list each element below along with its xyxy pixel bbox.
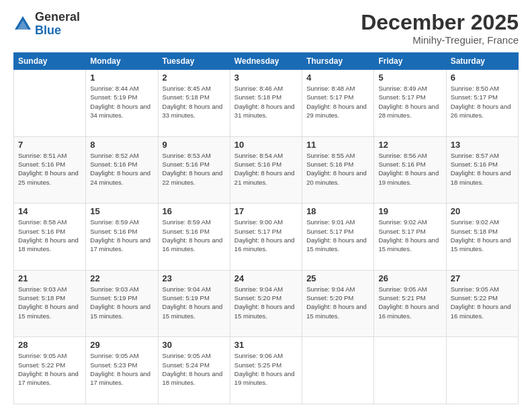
col-header-sunday: Sunday (14, 53, 86, 70)
day-info: Sunrise: 9:02 AMSunset: 5:17 PMDaylight:… (378, 218, 441, 253)
day-number: 23 (163, 273, 226, 283)
day-cell: 21Sunrise: 9:03 AMSunset: 5:18 PMDayligh… (14, 270, 86, 337)
day-number: 11 (306, 140, 369, 150)
day-cell: 25Sunrise: 9:04 AMSunset: 5:20 PMDayligh… (302, 270, 374, 337)
day-info: Sunrise: 8:53 AMSunset: 5:16 PMDaylight:… (163, 151, 226, 187)
logo-blue: Blue (35, 24, 80, 38)
day-cell: 4Sunrise: 8:48 AMSunset: 5:17 PMDaylight… (302, 70, 374, 137)
day-cell: 30Sunrise: 9:05 AMSunset: 5:24 PMDayligh… (158, 337, 230, 404)
logo-text: General Blue (35, 11, 80, 38)
day-info: Sunrise: 9:03 AMSunset: 5:19 PMDaylight:… (90, 285, 153, 320)
day-number: 27 (451, 273, 514, 283)
day-number: 5 (378, 73, 441, 83)
day-number: 28 (18, 340, 81, 350)
day-cell: 15Sunrise: 8:59 AMSunset: 5:16 PMDayligh… (86, 203, 158, 271)
day-info: Sunrise: 8:52 AMSunset: 5:16 PMDaylight:… (90, 151, 153, 187)
day-number: 22 (90, 273, 153, 283)
day-number: 19 (378, 206, 441, 216)
day-info: Sunrise: 9:04 AMSunset: 5:20 PMDaylight:… (234, 285, 298, 320)
day-cell: 22Sunrise: 9:03 AMSunset: 5:19 PMDayligh… (86, 270, 158, 337)
day-cell: 12Sunrise: 8:56 AMSunset: 5:16 PMDayligh… (374, 136, 446, 203)
month-title: December 2025 (361, 11, 519, 34)
day-cell: 10Sunrise: 8:54 AMSunset: 5:16 PMDayligh… (230, 136, 302, 203)
day-info: Sunrise: 9:05 AMSunset: 5:22 PMDaylight:… (451, 285, 514, 320)
logo-icon (13, 15, 32, 34)
day-number: 29 (90, 340, 153, 350)
day-cell: 7Sunrise: 8:51 AMSunset: 5:16 PMDaylight… (14, 136, 86, 203)
day-number: 16 (163, 206, 226, 216)
day-number: 9 (163, 140, 226, 150)
day-cell: 18Sunrise: 9:01 AMSunset: 5:17 PMDayligh… (302, 203, 374, 271)
day-cell: 19Sunrise: 9:02 AMSunset: 5:17 PMDayligh… (374, 203, 446, 271)
day-number: 21 (18, 273, 81, 283)
col-header-friday: Friday (374, 53, 446, 70)
day-cell (446, 337, 518, 404)
location: Minihy-Treguier, France (361, 34, 519, 46)
day-info: Sunrise: 9:05 AMSunset: 5:24 PMDaylight:… (163, 351, 226, 387)
day-number: 1 (90, 73, 153, 83)
day-cell (374, 337, 446, 404)
logo: General Blue (13, 11, 80, 38)
day-cell: 1Sunrise: 8:44 AMSunset: 5:19 PMDaylight… (86, 70, 158, 137)
week-row-1: 7Sunrise: 8:51 AMSunset: 5:16 PMDaylight… (14, 136, 519, 203)
day-info: Sunrise: 8:58 AMSunset: 5:16 PMDaylight:… (18, 218, 81, 253)
day-number: 8 (90, 140, 153, 150)
day-info: Sunrise: 9:01 AMSunset: 5:17 PMDaylight:… (306, 218, 369, 253)
day-info: Sunrise: 8:44 AMSunset: 5:19 PMDaylight:… (90, 84, 153, 120)
day-number: 7 (18, 140, 81, 150)
day-info: Sunrise: 8:48 AMSunset: 5:17 PMDaylight:… (306, 84, 369, 120)
title-block: December 2025 Minihy-Treguier, France (361, 11, 519, 46)
day-info: Sunrise: 9:04 AMSunset: 5:19 PMDaylight:… (163, 285, 226, 320)
day-number: 10 (234, 140, 298, 150)
day-number: 14 (18, 206, 81, 216)
day-info: Sunrise: 9:05 AMSunset: 5:22 PMDaylight:… (18, 351, 81, 387)
day-cell: 24Sunrise: 9:04 AMSunset: 5:20 PMDayligh… (230, 270, 302, 337)
day-cell: 8Sunrise: 8:52 AMSunset: 5:16 PMDaylight… (86, 136, 158, 203)
day-number: 3 (234, 73, 298, 83)
logo-general: General (35, 11, 80, 24)
day-number: 15 (90, 206, 153, 216)
day-info: Sunrise: 8:49 AMSunset: 5:17 PMDaylight:… (378, 84, 441, 120)
day-cell: 14Sunrise: 8:58 AMSunset: 5:16 PMDayligh… (14, 203, 86, 271)
day-number: 20 (451, 206, 514, 216)
week-row-4: 28Sunrise: 9:05 AMSunset: 5:22 PMDayligh… (14, 337, 519, 404)
day-info: Sunrise: 8:56 AMSunset: 5:16 PMDaylight:… (378, 151, 441, 187)
day-number: 26 (378, 273, 441, 283)
header-row: SundayMondayTuesdayWednesdayThursdayFrid… (14, 53, 519, 70)
day-cell: 16Sunrise: 8:59 AMSunset: 5:16 PMDayligh… (158, 203, 230, 271)
day-number: 6 (451, 73, 514, 83)
day-number: 13 (451, 140, 514, 150)
day-info: Sunrise: 8:59 AMSunset: 5:16 PMDaylight:… (90, 218, 153, 253)
day-cell: 26Sunrise: 9:05 AMSunset: 5:21 PMDayligh… (374, 270, 446, 337)
day-cell: 29Sunrise: 9:05 AMSunset: 5:23 PMDayligh… (86, 337, 158, 404)
day-cell (14, 70, 86, 137)
day-cell: 6Sunrise: 8:50 AMSunset: 5:17 PMDaylight… (446, 70, 518, 137)
day-number: 12 (378, 140, 441, 150)
day-cell: 11Sunrise: 8:55 AMSunset: 5:16 PMDayligh… (302, 136, 374, 203)
day-number: 17 (234, 206, 298, 216)
day-number: 24 (234, 273, 298, 283)
day-cell: 27Sunrise: 9:05 AMSunset: 5:22 PMDayligh… (446, 270, 518, 337)
day-cell: 23Sunrise: 9:04 AMSunset: 5:19 PMDayligh… (158, 270, 230, 337)
day-number: 25 (306, 273, 369, 283)
week-row-2: 14Sunrise: 8:58 AMSunset: 5:16 PMDayligh… (14, 203, 519, 271)
day-number: 4 (306, 73, 369, 83)
day-info: Sunrise: 8:59 AMSunset: 5:16 PMDaylight:… (163, 218, 226, 253)
col-header-monday: Monday (86, 53, 158, 70)
day-info: Sunrise: 9:05 AMSunset: 5:23 PMDaylight:… (90, 351, 153, 387)
day-info: Sunrise: 9:05 AMSunset: 5:21 PMDaylight:… (378, 285, 441, 320)
day-info: Sunrise: 8:51 AMSunset: 5:16 PMDaylight:… (18, 151, 81, 187)
day-number: 31 (234, 340, 298, 350)
day-info: Sunrise: 9:03 AMSunset: 5:18 PMDaylight:… (18, 285, 81, 320)
day-cell: 31Sunrise: 9:06 AMSunset: 5:25 PMDayligh… (230, 337, 302, 404)
day-cell: 5Sunrise: 8:49 AMSunset: 5:17 PMDaylight… (374, 70, 446, 137)
day-cell: 28Sunrise: 9:05 AMSunset: 5:22 PMDayligh… (14, 337, 86, 404)
day-number: 18 (306, 206, 369, 216)
day-number: 2 (163, 73, 226, 83)
day-info: Sunrise: 8:46 AMSunset: 5:18 PMDaylight:… (234, 84, 298, 120)
col-header-wednesday: Wednesday (230, 53, 302, 70)
day-cell: 20Sunrise: 9:02 AMSunset: 5:18 PMDayligh… (446, 203, 518, 271)
day-number: 30 (163, 340, 226, 350)
week-row-0: 1Sunrise: 8:44 AMSunset: 5:19 PMDaylight… (14, 70, 519, 137)
day-cell (302, 337, 374, 404)
